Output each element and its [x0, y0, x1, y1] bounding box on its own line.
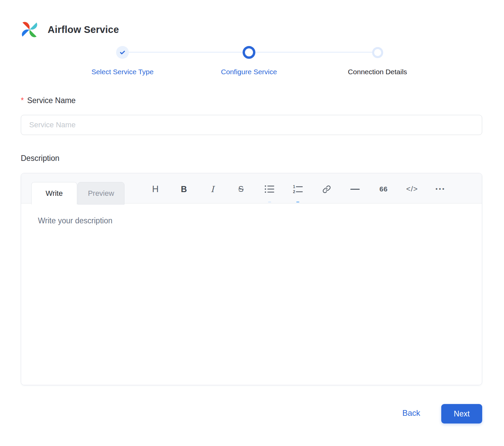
check-icon [119, 49, 126, 56]
page-title: Airflow Service [48, 24, 119, 35]
editor-body [21, 204, 482, 385]
back-button[interactable]: Back [402, 408, 420, 418]
description-editor: Write Preview H B I S [21, 173, 482, 385]
service-name-input[interactable] [21, 115, 482, 135]
bulleted-list-button[interactable] [260, 182, 279, 196]
numbered-list-button[interactable]: 1 2 [289, 182, 307, 196]
svg-text:1: 1 [293, 185, 295, 189]
link-icon [322, 185, 331, 194]
italic-icon: I [211, 184, 214, 194]
step-select-service-type: Select Service Type [59, 46, 186, 76]
bold-button[interactable]: B [174, 182, 193, 196]
next-button[interactable]: Next [441, 404, 482, 423]
horizontal-rule-icon [350, 189, 360, 190]
step-configure-service: Configure Service [185, 46, 313, 76]
code-icon: </> [406, 185, 418, 193]
step-connection-details: Connection Details [314, 46, 441, 76]
bulleted-list-icon [264, 185, 274, 193]
tab-preview[interactable]: Preview [78, 182, 124, 205]
numbered-list-icon: 1 2 [293, 185, 303, 193]
description-textarea[interactable] [21, 204, 482, 385]
step-active-circle [243, 46, 255, 59]
bold-icon: B [181, 184, 187, 194]
required-asterisk: * [21, 96, 24, 105]
service-name-label-text: Service Name [27, 96, 75, 105]
quote-icon: 66 [380, 185, 388, 193]
step-label: Configure Service [185, 68, 313, 76]
step-label: Connection Details [314, 68, 441, 76]
airflow-service-wizard: Airflow Service Select Service Type Conf… [0, 0, 504, 446]
heading-icon: H [152, 184, 159, 194]
header: Airflow Service [21, 21, 119, 38]
svg-text:2: 2 [293, 189, 295, 193]
more-button[interactable]: ••• [431, 182, 450, 196]
heading-button[interactable]: H [146, 182, 165, 196]
description-label: Description [21, 154, 59, 163]
numbered-list-indicator [296, 202, 299, 203]
tab-write[interactable]: Write [31, 182, 77, 205]
link-button[interactable] [317, 182, 336, 196]
strikethrough-icon: S [238, 184, 244, 194]
italic-button[interactable]: I [203, 182, 222, 196]
toolbar-buttons: H B I S [146, 181, 450, 197]
code-button[interactable]: </> [403, 182, 421, 196]
step-pending-circle [372, 47, 383, 58]
more-icon: ••• [436, 186, 446, 192]
bulleted-list-indicator [268, 202, 271, 203]
stepper: Select Service Type Configure Service Co… [0, 46, 504, 79]
quote-button[interactable]: 66 [374, 182, 393, 196]
airflow-logo-icon [21, 21, 38, 38]
step-completed-circle [116, 46, 129, 59]
editor-toolbar: Write Preview H B I S [21, 173, 482, 204]
strikethrough-button[interactable]: S [232, 182, 250, 196]
service-name-label: *Service Name [21, 96, 75, 105]
horizontal-rule-button[interactable] [346, 182, 364, 196]
step-label: Select Service Type [59, 68, 186, 76]
